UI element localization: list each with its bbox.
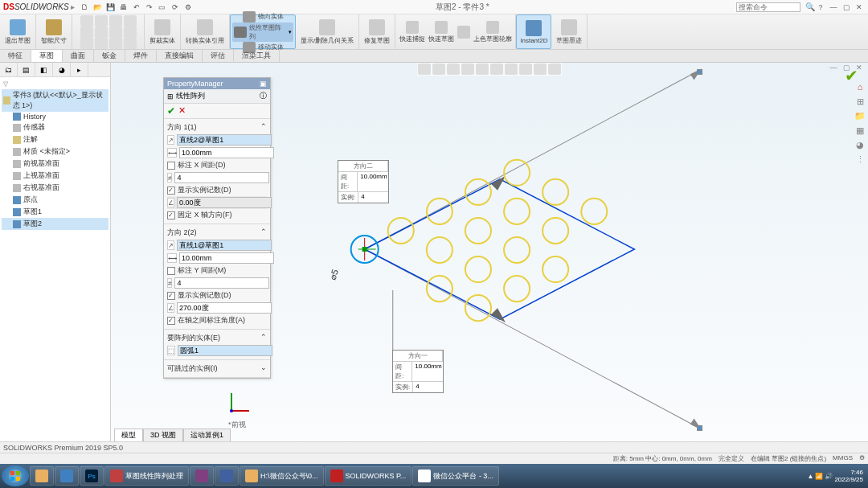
tab-sheetmetal[interactable]: 钣金 <box>94 50 125 62</box>
repair-sketch-button[interactable]: 修复草图 <box>362 18 391 47</box>
save-icon[interactable]: 💾 <box>105 2 117 13</box>
relations-button[interactable]: 显示/删除几何关系 <box>299 18 355 47</box>
task-item-6[interactable]: 微信公众平台 - 3... <box>412 466 499 486</box>
dir2-angbetween-check[interactable] <box>167 317 175 325</box>
expand-icon[interactable]: ⌄ <box>260 363 267 374</box>
arc-tool[interactable] <box>109 15 122 27</box>
display-style-icon[interactable] <box>490 64 503 75</box>
new-icon[interactable]: 🗋 <box>80 2 91 13</box>
polygon-tool[interactable] <box>109 27 122 38</box>
title-dropdown-icon[interactable]: ▸ <box>71 2 75 11</box>
tray-vol-icon[interactable]: 🔊 <box>825 473 833 480</box>
tray-net-icon[interactable]: 📶 <box>815 473 823 480</box>
tab-model[interactable]: 模型 <box>114 429 143 441</box>
redo-icon[interactable]: ↷ <box>144 2 155 13</box>
pm-help-icon[interactable]: ⓘ <box>260 91 267 101</box>
reverse-dir1-icon[interactable]: ↗ <box>167 135 174 145</box>
tree-origin[interactable]: 原点 <box>2 194 108 206</box>
pm-ok-button[interactable]: ✔ <box>167 105 175 117</box>
point-tool[interactable] <box>80 38 93 49</box>
reverse-dir2-icon[interactable]: ↗ <box>167 240 174 250</box>
tp-appearance-icon[interactable]: ◕ <box>854 138 866 151</box>
rect-tool[interactable] <box>80 27 93 38</box>
task-item-5[interactable]: SOLIDWORKS P... <box>325 466 412 486</box>
circle-tool[interactable] <box>95 15 108 27</box>
tree-sensors[interactable]: 传感器 <box>2 121 108 133</box>
ft-tab-config[interactable]: ◧ <box>35 63 53 76</box>
apply-scene-icon[interactable] <box>534 64 547 75</box>
line-tool[interactable] <box>80 15 93 27</box>
doc-min-icon[interactable]: — <box>828 63 839 72</box>
print-icon[interactable]: 🖶 <box>118 2 129 13</box>
dir1-show-check[interactable] <box>167 187 175 195</box>
trim-button[interactable]: 剪裁实体 <box>148 18 177 47</box>
minimize-icon[interactable]: — <box>828 2 839 12</box>
tp-file-explorer-icon[interactable]: 📁 <box>854 109 866 122</box>
task-browser[interactable] <box>55 466 79 486</box>
convert-entities-button[interactable]: 转换实体引用 <box>184 18 226 47</box>
task-item-3[interactable] <box>215 466 239 486</box>
sketch-ink-button[interactable]: 草图墨迹 <box>555 18 583 47</box>
orientation-triad[interactable] <box>228 390 252 416</box>
zoom-area-icon[interactable] <box>432 64 445 75</box>
exit-sketch-button[interactable]: 退出草图 <box>3 18 32 47</box>
tree-material[interactable]: 材质 <未指定> <box>2 146 108 158</box>
dir2-angle-field[interactable] <box>177 302 272 314</box>
command-search-input[interactable] <box>736 2 800 12</box>
instant2d-button[interactable]: Instant2D <box>518 18 549 46</box>
rapid-sketch-button[interactable]: 快速草图 <box>428 21 454 43</box>
collapse-icon[interactable]: ⌃ <box>260 122 267 133</box>
dir2-dimy-check[interactable] <box>167 267 175 275</box>
pm-pin-icon[interactable]: ▣ <box>260 80 267 88</box>
tab-weldment[interactable]: 焊件 <box>125 50 157 62</box>
status-extra-icon[interactable]: ⚙ <box>859 454 865 463</box>
tree-history[interactable]: History <box>2 112 108 121</box>
task-item-2[interactable] <box>190 466 214 486</box>
quick-snap-button[interactable]: 快速捕捉 <box>399 21 425 43</box>
tab-evaluate[interactable]: 评估 <box>203 50 234 62</box>
task-ps[interactable]: Ps <box>80 466 104 486</box>
ft-tab-tree[interactable]: 🗂 <box>0 63 18 76</box>
tree-sketch1[interactable]: 草图1 <box>2 206 108 218</box>
section-view-icon[interactable] <box>461 64 474 75</box>
select-icon[interactable]: ▭ <box>157 2 168 13</box>
dir2-spacing-field[interactable] <box>179 252 274 264</box>
edit-appearance-icon[interactable] <box>519 64 532 75</box>
spline-tool[interactable] <box>124 15 137 27</box>
entity-field[interactable] <box>178 345 272 356</box>
view-orient-icon[interactable] <box>476 64 489 75</box>
close-icon[interactable]: ✕ <box>854 2 865 12</box>
smart-dimension-button[interactable]: 智能尺寸 <box>39 18 68 47</box>
tab-features[interactable]: 特征 <box>0 50 31 62</box>
start-button[interactable] <box>2 465 29 486</box>
dir1-dimx-check[interactable] <box>167 162 175 170</box>
view-settings-icon[interactable] <box>548 64 561 75</box>
tp-view-palette-icon[interactable]: ▦ <box>854 124 866 137</box>
tray-up-icon[interactable]: ▲ <box>807 473 813 480</box>
help-icon[interactable]: ? <box>815 2 826 12</box>
ft-tab-prop[interactable]: ▤ <box>18 63 35 76</box>
collapse-icon[interactable]: ⌃ <box>260 333 267 343</box>
shaded-sketch-button[interactable]: 上色草图轮廓 <box>473 21 512 43</box>
pm-cancel-button[interactable]: ✕ <box>178 105 186 117</box>
dir2-count-field[interactable] <box>174 277 269 289</box>
fillet-tool[interactable] <box>109 38 122 49</box>
plane-tool[interactable] <box>124 38 137 49</box>
prev-view-icon[interactable] <box>447 64 460 75</box>
dir1-count-field[interactable] <box>174 172 269 183</box>
ellipse-tool[interactable] <box>124 27 137 38</box>
ft-tab-more[interactable]: ▸ <box>71 63 88 76</box>
tree-top-plane[interactable]: 上视基准面 <box>2 170 108 182</box>
tab-direct-edit[interactable]: 直接编辑 <box>157 50 203 62</box>
options-icon[interactable]: ⚙ <box>182 2 194 13</box>
dir1-edge-field[interactable] <box>177 134 272 146</box>
dir2-edge-field[interactable] <box>177 240 272 251</box>
zoom-fit-icon[interactable] <box>418 64 431 75</box>
tree-root[interactable]: 零件3 (默认<<默认>_显示状态 1>) <box>2 89 108 112</box>
task-item-1[interactable]: 草图线性阵列处理 <box>104 466 189 486</box>
direction2-callout[interactable]: 方向二 间距:10.00mm 实例:4 <box>338 160 389 203</box>
hide-show-icon[interactable] <box>505 64 518 75</box>
dir1-spacing-field[interactable] <box>179 147 274 158</box>
tab-surfaces[interactable]: 曲面 <box>63 50 94 62</box>
slot-tool[interactable] <box>95 27 108 38</box>
